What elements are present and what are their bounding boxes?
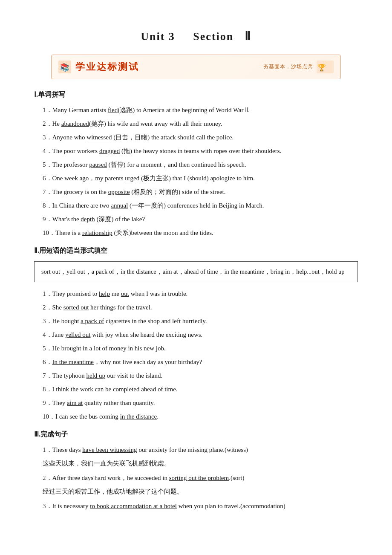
answer-word: paused [89, 161, 107, 168]
item-number: 7． [43, 188, 52, 195]
completion-en: 3．It is necessary to book accommodation … [43, 500, 358, 512]
item-number: 6． [43, 175, 52, 182]
list-item: 1．They promised to help me out when I wa… [43, 288, 358, 300]
answer-word: opposite [108, 188, 130, 195]
phrase-box: sort out，yell out，a pack of，in the dista… [34, 261, 358, 283]
completion-item: 1．These days have been witnessing our an… [34, 444, 358, 469]
item-number: 10． [43, 229, 55, 236]
list-item: 5．The professor paused (暂停) for a moment… [43, 159, 358, 171]
list-item: 1．Many German artists fled(逃跑) to Americ… [43, 104, 358, 116]
section1-header: Ⅰ.单词拼写 [34, 89, 358, 101]
list-item: 4．Jane yelled out with joy when she hear… [43, 329, 358, 341]
list-item: 3．Anyone who witnessed (目击，目睹) the attac… [43, 132, 358, 143]
answer-word: abandoned [61, 120, 89, 127]
list-item: 2．She sorted out her things for the trav… [43, 302, 358, 313]
answer-word: relationship [82, 229, 112, 236]
answer-phrase: to book accommodation at a hotel [90, 503, 177, 509]
item-number: 5． [43, 161, 52, 168]
answer-word: held up [86, 372, 106, 379]
answer-word: ahead of time [141, 386, 176, 393]
svg-text:🏆: 🏆 [317, 64, 326, 72]
completion-item: 3．It is necessary to book accommodation … [34, 500, 358, 512]
list-item: 8．In China there are two annual (一年一度的) … [43, 200, 358, 211]
completion-en: 1．These days have been witnessing our an… [43, 444, 358, 456]
answer-word: urged [125, 175, 139, 182]
banner-title: 学业达标测试 [75, 58, 139, 75]
list-item: 4．The poor workers dragged (拖) the heavy… [43, 145, 358, 157]
item-number: 1． [43, 290, 52, 297]
answer-word: annual [111, 202, 128, 209]
list-item: 10．I can see the bus coming in the dista… [43, 411, 358, 422]
completion-cn-text: 经过三天的艰苦工作，他成功地解决了这个问题。 [43, 486, 358, 497]
item-number: 9． [43, 399, 52, 406]
item-number: 1． [43, 446, 52, 453]
list-item: 5．He brought in a lot of money in his ne… [43, 343, 358, 354]
answer-word: in the distance [120, 413, 157, 420]
list-item: 9．What's the depth (深度) of the lake? [43, 214, 358, 225]
item-number: 3． [43, 318, 52, 324]
item-number: 4． [43, 331, 52, 338]
section-label: Section [193, 30, 233, 43]
banner-subtitle: 夯基固本，沙场点兵 [263, 62, 313, 72]
item-number: 6． [43, 358, 52, 365]
section3-header: Ⅲ.完成句子 [34, 428, 358, 441]
item-number: 8． [43, 386, 52, 393]
item-number: 8． [43, 202, 52, 209]
list-item: 8．I think the work can be completed ahea… [43, 384, 358, 395]
answer-phrase: have been witnessing [82, 446, 137, 453]
list-item: 2．He abandoned(抛弃) his wife and went awa… [43, 118, 358, 130]
item-number: 4． [43, 147, 52, 154]
numeral-label: Ⅱ [245, 29, 251, 43]
answer-word: a pack of [81, 318, 104, 324]
answer-word: In the meantime [52, 358, 94, 365]
completion-item: 2．After three days'hard work，he succeede… [34, 472, 358, 497]
answer-word: fled [108, 107, 118, 113]
unit-label: Unit 3 [141, 30, 175, 43]
answer-word: brought in [61, 345, 88, 352]
list-item: 3．He bought a pack of cigarettes in the … [43, 315, 358, 327]
item-number: 2． [43, 304, 52, 311]
item-number: 5． [43, 345, 52, 352]
section1-items: 1．Many German artists fled(逃跑) to Americ… [34, 104, 358, 239]
answer-word2: out [121, 290, 129, 297]
banner-right-deco-icon: 🏆 [317, 61, 334, 73]
item-number: 1． [43, 107, 52, 113]
completion-en: 2．After three days'hard work，he succeede… [43, 472, 358, 484]
answer-phrase: sorting out the problem [169, 474, 229, 481]
answer-word: yelled out [65, 331, 91, 338]
item-number: 9． [43, 216, 52, 223]
item-number: 3． [43, 134, 52, 141]
answer-word: aim at [67, 399, 83, 406]
item-number: 10． [43, 413, 55, 420]
answer-word: dragged [99, 147, 120, 154]
list-item: 9．They aim at quality rather than quanti… [43, 397, 358, 409]
section3-items: 1．These days have been witnessing our an… [34, 444, 358, 512]
page-title: Unit 3 Section Ⅱ [34, 26, 358, 47]
phrase-list: sort out，yell out，a pack of，in the dista… [41, 268, 345, 275]
item-number: 7． [43, 372, 52, 379]
item-number: 2． [43, 474, 52, 481]
section2-items: 1．They promised to help me out when I wa… [34, 288, 358, 422]
answer-word: help [99, 290, 110, 297]
item-number: 2． [43, 120, 52, 127]
answer-word: sorted out [63, 304, 89, 311]
list-item: 7．The grocery is on the opposite (相反的；对面… [43, 186, 358, 198]
answer-word: witnessed [86, 134, 112, 141]
answer-word: depth [81, 216, 95, 223]
item-number: 3． [43, 503, 52, 509]
completion-cn-text: 这些天以来，我们一直为失联飞机感到忧虑。 [43, 458, 358, 469]
banner-deco-icon: 📚 [58, 61, 71, 73]
list-item: 6．One week ago，my parents urged (极力主张) t… [43, 173, 358, 184]
list-item: 6．In the meantime，why not live each day … [43, 356, 358, 368]
banner: 📚 学业达标测试 夯基固本，沙场点兵 🏆 [51, 55, 341, 79]
list-item: 7．The typhoon held up our visit to the i… [43, 370, 358, 382]
svg-text:📚: 📚 [60, 63, 70, 72]
section2-header: Ⅱ.用短语的适当形式填空 [34, 245, 358, 257]
list-item: 10．There is a relationship (关系)between t… [43, 227, 358, 239]
